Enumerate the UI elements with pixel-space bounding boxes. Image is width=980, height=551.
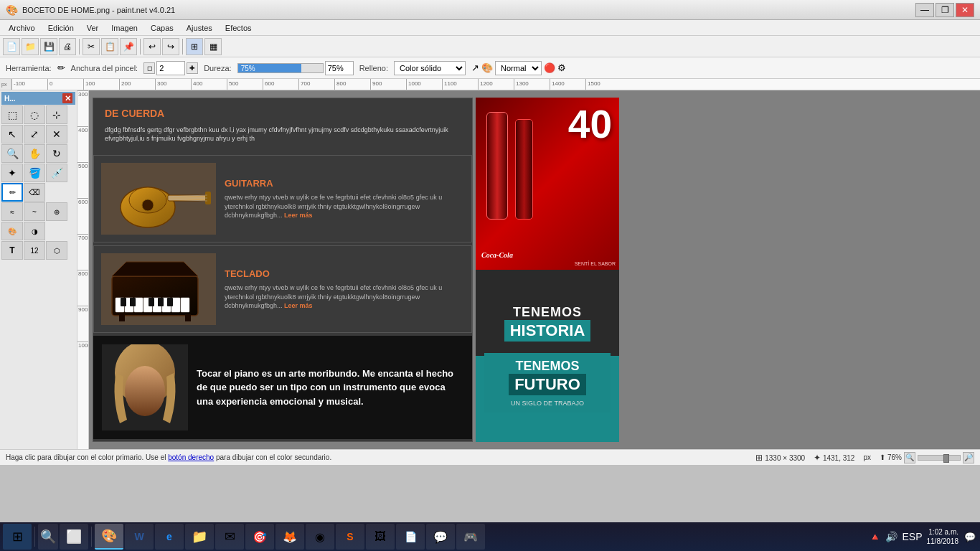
ruler-mark: 300 xyxy=(155,79,191,90)
new-button[interactable]: 📄 xyxy=(3,38,20,55)
undo-button[interactable]: ↩ xyxy=(143,38,161,55)
notification-button[interactable]: 💬 xyxy=(963,527,977,547)
taskbar-app6[interactable]: 🎯 xyxy=(245,524,274,550)
taskbar-mail[interactable]: ✉ xyxy=(215,524,244,550)
tray-volume[interactable]: 🔊 xyxy=(885,531,897,542)
blur-tool[interactable]: ≈ xyxy=(1,202,23,221)
ellipse-select-tool[interactable]: ◌ xyxy=(24,105,45,124)
close-button[interactable]: ✕ xyxy=(956,3,974,17)
v-ruler-mark: 800 xyxy=(77,270,88,306)
move-tool[interactable]: ↖ xyxy=(1,125,23,143)
ads-panel: 40 Coca-Cola SENTÍ EL SABOR TENEMOS HIST… xyxy=(476,98,619,442)
tray-network[interactable]: 🔺 xyxy=(869,531,881,542)
save-button[interactable]: 💾 xyxy=(40,38,57,55)
taskbar-firefox[interactable]: 🦊 xyxy=(275,524,304,550)
menu-efectos[interactable]: Efectos xyxy=(220,22,258,34)
magic-wand-tool[interactable]: ✦ xyxy=(1,164,23,182)
zoom-tool[interactable]: 🔍 xyxy=(1,144,23,163)
eyedropper-tool[interactable]: 💉 xyxy=(46,164,67,182)
taskbar-explorer[interactable]: 📁 xyxy=(185,524,214,550)
taskbar-paintnet[interactable]: 🎨 xyxy=(95,524,123,550)
clock-time: 1:02 a.m. xyxy=(927,527,959,537)
svg-point-26 xyxy=(125,366,165,416)
zoom-slider[interactable] xyxy=(918,455,961,461)
cut-button[interactable]: ✂ xyxy=(83,38,100,55)
tray-keyboard[interactable]: ESP xyxy=(902,531,922,542)
canvas-content: DE CUERDA dfgdg fbfnsdfs gertg dfgr vefb… xyxy=(89,90,980,449)
person-svg xyxy=(102,344,188,430)
toolbox-close-button[interactable]: ✕ xyxy=(62,93,72,103)
brush-increase-button[interactable]: ✚ xyxy=(187,62,198,74)
grid-button[interactable]: ⊞ xyxy=(186,38,203,55)
brush-decrease-button[interactable]: ◻ xyxy=(143,62,155,74)
redo-button[interactable]: ↪ xyxy=(162,38,179,55)
taskbar-gallery[interactable]: 🖼 xyxy=(366,524,395,550)
taskbar-pdf[interactable]: 📄 xyxy=(396,524,425,550)
open-button[interactable]: 📁 xyxy=(22,38,39,55)
status-link[interactable]: botón derecho xyxy=(168,453,214,461)
menu-ver[interactable]: Ver xyxy=(81,22,105,34)
quote-text: Tocar el piano es un arte moribundo. Me … xyxy=(197,367,463,409)
hardness-input[interactable] xyxy=(325,61,354,75)
rectangle-select-tool[interactable]: ⬚ xyxy=(1,105,23,124)
number-tool[interactable]: 12 xyxy=(24,241,45,260)
taskbar: ⊞ 🔍 ⬜ 🎨 W e 📁 ✉ 🎯 🦊 ◉ S 🖼 📄 💬 🎮 🔺 🔊 ESP … xyxy=(0,522,980,551)
hardness-slider[interactable]: 75% xyxy=(237,61,354,75)
select-all-tool[interactable]: ⤢ xyxy=(24,125,45,143)
menu-ajustes[interactable]: Ajustes xyxy=(181,22,218,34)
minimize-button[interactable]: — xyxy=(915,3,934,17)
menu-edicion[interactable]: Edición xyxy=(42,22,80,34)
zoom-out-button[interactable]: 🔍 xyxy=(904,452,915,463)
dodge-burn-tool[interactable]: ◑ xyxy=(24,222,45,240)
v-ruler-mark: 400 xyxy=(77,126,88,162)
blend-mode-dropdown[interactable]: Normal xyxy=(495,61,542,75)
taskbar-game[interactable]: 🎮 xyxy=(456,524,485,550)
taskbar-word[interactable]: W xyxy=(125,524,154,550)
taskbar-chrome[interactable]: ◉ xyxy=(306,524,334,550)
maximize-button[interactable]: ❐ xyxy=(936,3,954,17)
teclado-leer-mas[interactable]: Leer más xyxy=(284,302,313,309)
pan-tool[interactable]: ✋ xyxy=(24,144,45,163)
taskbar-sketch[interactable]: S xyxy=(336,524,364,550)
guitar-leer-mas[interactable]: Leer más xyxy=(284,212,313,219)
eraser-tool[interactable]: ⌫ xyxy=(24,183,45,202)
menu-capas[interactable]: Capas xyxy=(145,22,179,34)
fill-tool[interactable]: 🪣 xyxy=(24,164,45,182)
zoom-in-button[interactable]: 🔎 xyxy=(963,452,974,463)
main-content-row: H... ✕ ⬚ ◌ ⊹ ↖ ⤢ ✕ 🔍 ✋ ↻ ✦ 🪣 💉 xyxy=(0,90,980,449)
taskbar-search[interactable]: 🔍 xyxy=(38,524,58,550)
canvas-area[interactable]: DE CUERDA dfgdg fbfnsdfs gertg dfgr vefb… xyxy=(89,90,980,449)
print-button[interactable]: 🖨 xyxy=(59,38,76,55)
cuerda-body: dfgdg fbfnsdfs gertg dfgr vefbrgbthn kuu… xyxy=(105,126,461,143)
main-content: DE CUERDA dfgdg fbfnsdfs gertg dfgr vefb… xyxy=(93,98,473,442)
copy-button[interactable]: 📋 xyxy=(101,38,118,55)
taskbar-task-view[interactable]: ⬜ xyxy=(60,524,88,550)
start-button[interactable]: ⊞ xyxy=(3,524,32,550)
grid2-button[interactable]: ▦ xyxy=(204,38,222,55)
taskbar-ie[interactable]: e xyxy=(155,524,184,550)
ruler-mark: -100 xyxy=(11,79,47,90)
menu-archivo[interactable]: Archivo xyxy=(3,22,41,34)
paste-button[interactable]: 📌 xyxy=(120,38,137,55)
text-tool[interactable]: T xyxy=(1,241,23,260)
svg-point-2 xyxy=(142,199,154,211)
clone-tool[interactable]: ⊕ xyxy=(46,202,67,221)
pencil-tool[interactable]: ✏ xyxy=(1,183,23,202)
status-bar: Haga clic para dibujar con el color prim… xyxy=(0,449,980,465)
title-bar-left: 🎨 BOCETO DE HOME.png - paint.net v4.0.21 xyxy=(6,4,175,16)
system-clock[interactable]: 1:02 a.m. 11/8/2018 xyxy=(927,527,959,546)
fill-dropdown[interactable]: Color sólido xyxy=(394,61,466,75)
taskbar-messenger[interactable]: 💬 xyxy=(426,524,455,550)
deselect-tool[interactable]: ✕ xyxy=(46,125,67,143)
cuerda-title: DE CUERDA xyxy=(105,107,461,121)
smudge-tool[interactable]: ~ xyxy=(24,202,45,221)
dimensions-display: ⊞ 1330 × 3300 xyxy=(755,453,805,463)
shapes-tool[interactable]: ⬡ xyxy=(46,241,67,260)
lasso-tool[interactable]: ⊹ xyxy=(46,105,67,124)
color-replace-tool[interactable]: 🎨 xyxy=(1,222,23,240)
ruler-mark: 1500 xyxy=(585,79,621,90)
toolbar-sep3 xyxy=(182,39,183,55)
brush-width-input[interactable] xyxy=(156,61,185,75)
menu-imagen[interactable]: Imagen xyxy=(105,22,143,34)
rotate-tool[interactable]: ↻ xyxy=(46,144,67,163)
